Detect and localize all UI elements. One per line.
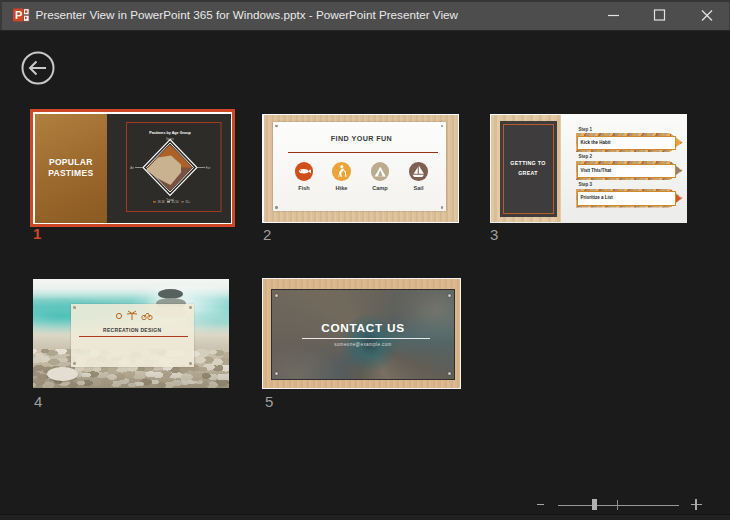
svg-text:35-54: 35-54 <box>171 200 178 204</box>
svg-text:Fun: Fun <box>205 166 210 170</box>
svg-text:18-34: 18-34 <box>157 200 164 204</box>
svg-text:Pastimes by Age Group: Pastimes by Age Group <box>149 131 191 135</box>
svg-text:P: P <box>15 9 22 21</box>
svg-text:Art: Art <box>130 166 134 170</box>
svg-text:55+: 55+ <box>185 200 190 204</box>
